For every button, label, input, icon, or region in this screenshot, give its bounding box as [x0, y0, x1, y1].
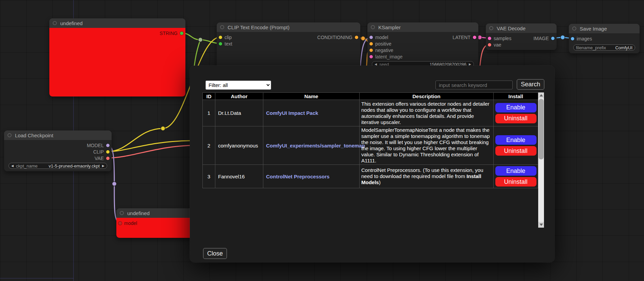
header-id: ID	[203, 93, 215, 100]
collapse-icon[interactable]	[489, 26, 493, 30]
node-title: CLIP Text Encode (Prompt)	[228, 24, 290, 30]
node-save-image[interactable]: Save Image images filename_prefix ComfyU…	[569, 24, 640, 53]
slot-label: IMAGE	[533, 36, 549, 41]
node-title: undefined	[127, 210, 150, 216]
reroute-dot[interactable]	[361, 36, 365, 41]
output-slot-dot[interactable]	[106, 150, 110, 154]
output-slot-image[interactable]: IMAGE	[533, 36, 555, 41]
left-arrow-icon[interactable]: ◀	[11, 164, 14, 168]
input-slot-latent-image[interactable]: latent_image	[369, 54, 402, 59]
extension-table: ID Author Name Description Install 1 Dr.…	[202, 92, 538, 188]
output-slot-latent[interactable]: LATENT	[452, 35, 476, 40]
output-slot-vae[interactable]: VAE	[95, 156, 110, 161]
input-slot-dot[interactable]	[571, 37, 574, 40]
slot-label: MODEL	[87, 143, 104, 148]
reroute-dot[interactable]	[198, 38, 203, 42]
uninstall-button[interactable]: Uninstall	[495, 114, 536, 123]
node-title: KSampler	[378, 24, 401, 30]
collapse-icon[interactable]	[371, 25, 375, 29]
header-install: Install	[494, 93, 538, 100]
output-slot-dot[interactable]	[106, 144, 110, 147]
output-slot-model[interactable]: MODEL	[87, 143, 110, 148]
header-name: Name	[263, 93, 360, 100]
ckpt-name-widget[interactable]: ◀ ckpt_name v1-5-pruned-emaonly.ckpt ▶	[9, 163, 107, 169]
output-slot-dot[interactable]	[106, 157, 110, 160]
enable-button[interactable]: Enable	[495, 103, 536, 112]
cell-id: 3	[203, 165, 215, 188]
input-slot-dot[interactable]	[118, 222, 122, 225]
input-slot-clip[interactable]: clip	[219, 35, 232, 40]
input-slot-dot[interactable]	[488, 43, 491, 47]
reroute-dot[interactable]	[112, 182, 117, 186]
output-slot-dot[interactable]	[551, 37, 555, 40]
input-slot-text[interactable]: text	[219, 41, 232, 47]
input-slot-dot[interactable]	[219, 42, 222, 46]
collapse-icon[interactable]	[7, 133, 12, 137]
node-title-bar[interactable]: Load Checkpoint	[4, 130, 112, 140]
slot-label: model	[124, 221, 137, 226]
input-slot-images[interactable]: images	[571, 36, 592, 41]
enable-button[interactable]: Enable	[495, 135, 536, 145]
output-slot-clip[interactable]: CLIP	[93, 149, 110, 155]
header-description: Description	[360, 93, 494, 100]
collapse-icon[interactable]	[53, 21, 57, 25]
right-arrow-icon[interactable]: ▶	[102, 164, 104, 168]
input-slot-model[interactable]: model	[369, 35, 388, 40]
input-slot-samples[interactable]: samples	[488, 36, 511, 41]
scroll-up-icon[interactable]	[538, 92, 544, 98]
node-title-bar[interactable]: KSampler	[367, 22, 478, 32]
scrollbar-thumb[interactable]	[539, 99, 544, 159]
input-slot-negative[interactable]: negative	[369, 48, 393, 53]
collapse-icon[interactable]	[120, 211, 124, 215]
slot-label: positive	[375, 41, 391, 47]
node-title: VAE Decode	[497, 25, 526, 31]
node-title-bar[interactable]: VAE Decode	[486, 23, 557, 33]
graph-canvas[interactable]: undefined STRING CLIP Text Encode (Promp…	[0, 0, 644, 281]
reroute-dot[interactable]	[161, 126, 165, 131]
output-slot-dot[interactable]	[180, 32, 183, 35]
cell-description: This extension offers various detector n…	[360, 100, 494, 126]
slot-label: text	[225, 41, 232, 47]
input-slot-dot[interactable]	[369, 36, 373, 39]
cell-author: Dr.Lt.Data	[215, 100, 263, 126]
input-slot-positive[interactable]: positive	[369, 41, 391, 47]
collapse-icon[interactable]	[220, 25, 224, 29]
uninstall-button[interactable]: Uninstall	[495, 177, 536, 187]
slot-label: clip	[225, 35, 232, 40]
output-slot-dot[interactable]	[355, 36, 358, 39]
input-slot-dot[interactable]	[488, 37, 491, 40]
input-slot-dot[interactable]	[369, 42, 373, 46]
input-slot-dot[interactable]	[369, 49, 373, 52]
node-title-bar[interactable]: Save Image	[569, 24, 640, 33]
table-row: 1 Dr.Lt.Data ComfyUI Impact Pack This ex…	[203, 100, 538, 126]
input-slot-dot[interactable]	[219, 36, 222, 39]
search-input[interactable]	[435, 81, 513, 89]
output-slot-string[interactable]: STRING	[160, 31, 183, 36]
filter-select[interactable]: Filter: all	[205, 81, 271, 90]
node-undefined-string[interactable]: undefined STRING	[49, 18, 185, 96]
scrollbar[interactable]	[538, 92, 544, 228]
enable-button[interactable]: Enable	[495, 166, 536, 176]
collapse-icon[interactable]	[572, 27, 576, 31]
reroute-dot[interactable]	[561, 35, 565, 40]
node-load-checkpoint[interactable]: Load Checkpoint MODEL CLIP VAE	[4, 130, 112, 171]
input-slot-vae[interactable]: vae	[488, 42, 501, 48]
output-slot-dot[interactable]	[473, 36, 476, 39]
scroll-down-icon[interactable]	[538, 222, 544, 228]
output-slot-conditioning[interactable]: CONDITIONING	[317, 35, 358, 40]
input-slot-dot[interactable]	[369, 55, 373, 58]
filename-prefix-widget[interactable]: filename_prefix ComfyUI	[573, 45, 635, 51]
node-vae-decode[interactable]: VAE Decode samples IMAGE vae	[486, 23, 557, 50]
extension-table-container: ID Author Name Description Install 1 Dr.…	[202, 92, 544, 228]
node-title-bar[interactable]: CLIP Text Encode (Prompt)	[217, 22, 360, 32]
slot-label: VAE	[95, 156, 104, 161]
extension-link[interactable]: ComfyUI_experiments/sampler_tonemap	[266, 143, 365, 148]
search-button[interactable]: Search	[517, 79, 544, 90]
uninstall-button[interactable]: Uninstall	[495, 146, 536, 156]
node-title-bar[interactable]: undefined	[49, 18, 185, 28]
extension-link[interactable]: ComfyUI Impact Pack	[266, 110, 318, 116]
extension-link[interactable]: ControlNet Preprocessors	[266, 174, 330, 179]
slot-label: LATENT	[452, 35, 470, 40]
input-slot-model[interactable]: model	[118, 221, 137, 226]
close-button[interactable]: Close	[203, 248, 227, 259]
